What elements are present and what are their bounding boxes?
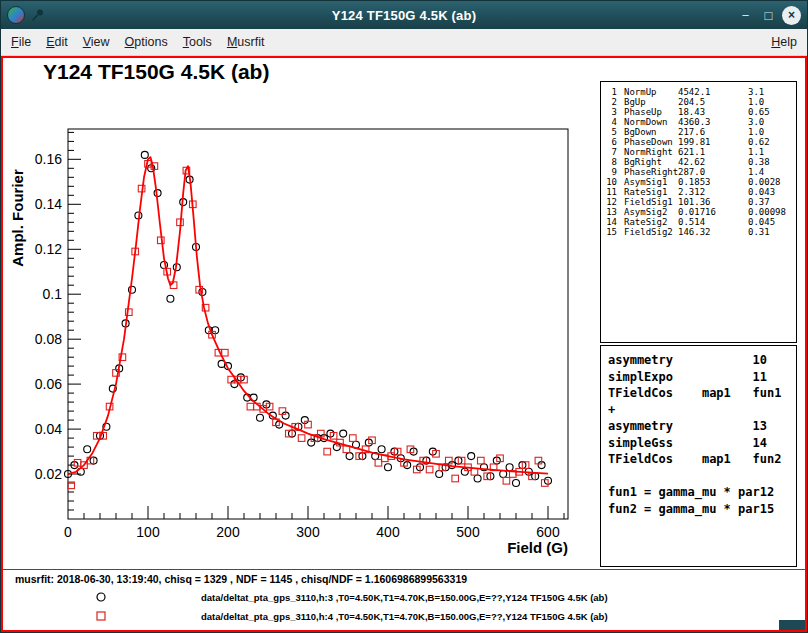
window-title: Y124 TF150G 4.5K (ab) [1,8,807,23]
x-axis-title: Field (G) [507,539,568,556]
param-row: 11RateSig12.3120.043 [601,187,796,197]
legend-item: data/deltat_pta_gps_3110,h:4 ,T0=4.50K,T… [95,609,608,623]
series-circles [65,151,552,486]
square-marker-icon [95,610,107,622]
fit-stats: musrfit: 2018-06-30, 13:19:40, chisq = 1… [15,573,467,585]
svg-text:400: 400 [376,524,400,540]
app-icon [7,6,25,24]
maximize-button[interactable]: □ [759,6,778,25]
menu-item-edit[interactable]: Edit [46,35,68,49]
param-row: 5BgDown217.61.0 [601,127,796,137]
x-axis-labels: 0100200300400500600 [64,524,560,540]
svg-text:500: 500 [456,524,480,540]
pad-divider [3,569,805,570]
window-resize-grip[interactable] [779,620,805,630]
svg-text:0.12: 0.12 [35,241,62,257]
svg-text:0.14: 0.14 [35,196,62,212]
param-row: 14RateSig20.5140.045 [601,217,796,227]
param-row: 4NormDown4360.33.0 [601,117,796,127]
param-row: 10AsymSig10.18530.0028 [601,177,796,187]
app-window: Y124 TF150G 4.5K (ab) − □ × FileEditView… [0,0,808,633]
svg-text:200: 200 [216,524,240,540]
param-row: 8BgRight42.620.38 [601,157,796,167]
svg-text:0.16: 0.16 [35,151,62,167]
param-row: 2BgUp204.51.0 [601,97,796,107]
fit-curve [68,157,548,474]
circle-marker-icon [95,591,107,603]
menu-item-tools[interactable]: Tools [183,35,212,49]
y-axis-title: Ampl. Fourier [9,169,26,267]
parameter-box: 1NormUp4542.13.12BgUp204.51.03PhaseUp18.… [600,81,797,343]
menu-item-help[interactable]: Help [771,35,797,49]
param-row: 9PhaseRight287.01.4 [601,167,796,177]
legend-label: data/deltat_pta_gps_3110,h:4 ,T0=4.50K,T… [201,611,608,622]
menu-item-musrfit[interactable]: Musrfit [227,35,265,49]
menubar: FileEditViewOptionsToolsMusrfit Help [1,29,807,56]
svg-text:0.02: 0.02 [35,466,62,482]
param-row: 1NormUp4542.13.1 [601,87,796,97]
svg-text:0.06: 0.06 [35,376,62,392]
plot-canvas[interactable]: 01002003004005006000.020.040.060.080.10.… [3,58,599,578]
param-row: 12FieldSig1101.360.37 [601,197,796,207]
legend-item: data/deltat_pta_gps_3110,h:3 ,T0=4.50K,T… [95,590,608,604]
y-axis-labels: 0.020.040.060.080.10.120.140.16 [35,151,62,482]
param-row: 6PhaseDown199.810.62 [601,137,796,147]
close-button[interactable]: × [782,6,801,25]
menubar-left: FileEditViewOptionsToolsMusrfit [11,35,264,49]
svg-text:0: 0 [64,524,72,540]
svg-text:300: 300 [296,524,320,540]
param-row: 15FieldSig2146.320.31 [601,227,796,237]
svg-text:100: 100 [136,524,160,540]
root-canvas[interactable]: Y124 TF150G 4.5K (ab) 010020030040050060… [1,56,807,632]
svg-text:0.1: 0.1 [43,286,63,302]
pin-icon[interactable] [31,8,45,22]
param-row: 3PhaseUp18.430.65 [601,107,796,117]
theory-box: asymmetry 10 simplExpo 11 TFieldCos map1… [600,345,797,567]
menu-item-file[interactable]: File [11,35,31,49]
titlebar[interactable]: Y124 TF150G 4.5K (ab) − □ × [1,1,807,29]
svg-text:0.04: 0.04 [35,421,62,437]
menu-item-view[interactable]: View [83,35,110,49]
legend-label: data/deltat_pta_gps_3110,h:3 ,T0=4.50K,T… [201,592,608,603]
param-row: 13AsymSig20.017160.00098 [601,207,796,217]
svg-text:600: 600 [536,524,560,540]
param-row: 7NormRight621.11.1 [601,147,796,157]
svg-text:0.08: 0.08 [35,331,62,347]
minimize-button[interactable]: − [736,6,755,25]
menu-item-options[interactable]: Options [125,35,168,49]
